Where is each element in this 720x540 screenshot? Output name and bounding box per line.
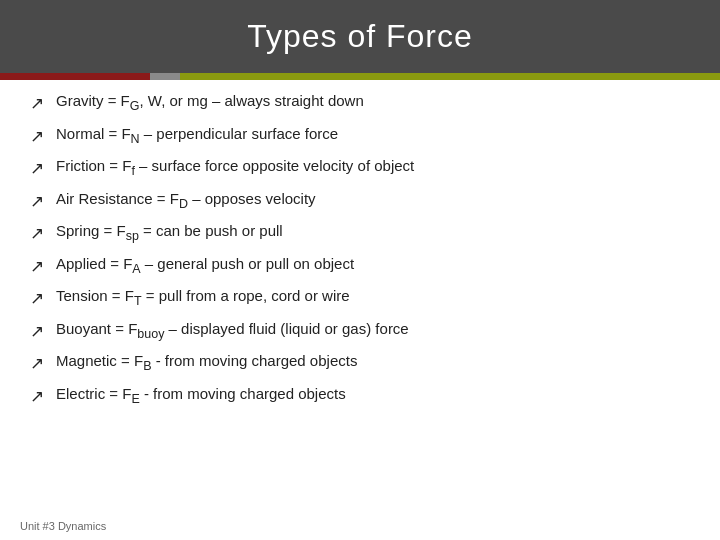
list-item: ↗Magnetic = FB - from moving charged obj…	[30, 350, 690, 377]
arrow-icon: ↗	[30, 286, 44, 312]
arrow-icon: ↗	[30, 91, 44, 117]
content-area: ↗Gravity = FG, W, or mg – always straigh…	[0, 80, 720, 425]
list-item: ↗Normal = FN – perpendicular surface for…	[30, 123, 690, 150]
header: Types of Force	[0, 0, 720, 73]
page-title: Types of Force	[20, 18, 700, 55]
list-item: ↗Buoyant = Fbuoy – displayed fluid (liqu…	[30, 318, 690, 345]
color-bar	[0, 73, 720, 80]
list-item: ↗Gravity = FG, W, or mg – always straigh…	[30, 90, 690, 117]
arrow-icon: ↗	[30, 221, 44, 247]
color-bar-red	[0, 73, 150, 80]
list-item: ↗Tension = FT = pull from a rope, cord o…	[30, 285, 690, 312]
bullet-text: Normal = FN – perpendicular surface forc…	[56, 123, 690, 149]
footer: Unit #3 Dynamics	[20, 520, 106, 532]
list-item: ↗Electric = FE - from moving charged obj…	[30, 383, 690, 410]
arrow-icon: ↗	[30, 351, 44, 377]
bullet-text: Friction = Ff – surface force opposite v…	[56, 155, 690, 181]
arrow-icon: ↗	[30, 254, 44, 280]
footer-label: Unit #3 Dynamics	[20, 520, 106, 532]
bullet-text: Spring = Fsp = can be push or pull	[56, 220, 690, 246]
bullet-text: Magnetic = FB - from moving charged obje…	[56, 350, 690, 376]
arrow-icon: ↗	[30, 124, 44, 150]
bullet-text: Buoyant = Fbuoy – displayed fluid (liqui…	[56, 318, 690, 344]
bullet-text: Gravity = FG, W, or mg – always straight…	[56, 90, 690, 116]
list-item: ↗Spring = Fsp = can be push or pull	[30, 220, 690, 247]
list-item: ↗Applied = FA – general push or pull on …	[30, 253, 690, 280]
bullet-text: Air Resistance = FD – opposes velocity	[56, 188, 690, 214]
color-bar-olive	[180, 73, 720, 80]
bullet-text: Tension = FT = pull from a rope, cord or…	[56, 285, 690, 311]
arrow-icon: ↗	[30, 156, 44, 182]
list-item: ↗Air Resistance = FD – opposes velocity	[30, 188, 690, 215]
arrow-icon: ↗	[30, 189, 44, 215]
color-bar-gray	[150, 73, 180, 80]
bullet-text: Electric = FE - from moving charged obje…	[56, 383, 690, 409]
arrow-icon: ↗	[30, 319, 44, 345]
list-item: ↗Friction = Ff – surface force opposite …	[30, 155, 690, 182]
bullet-text: Applied = FA – general push or pull on o…	[56, 253, 690, 279]
arrow-icon: ↗	[30, 384, 44, 410]
